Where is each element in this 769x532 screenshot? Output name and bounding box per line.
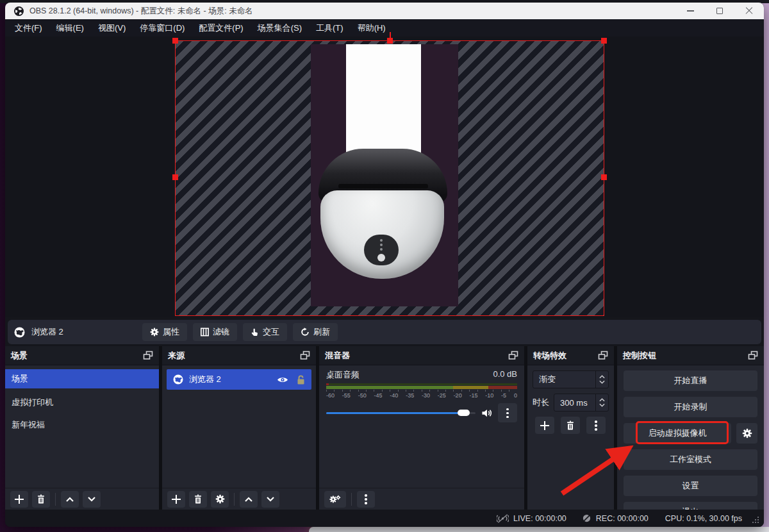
- menu-edit[interactable]: 编辑(E): [49, 19, 91, 37]
- source-item-selected[interactable]: 浏览器 2: [167, 369, 311, 390]
- start-streaming-button[interactable]: 开始直播: [624, 370, 757, 391]
- popout-icon[interactable]: [598, 351, 608, 360]
- mixer-menu-button[interactable]: [357, 491, 375, 508]
- double-gear-icon: [329, 495, 341, 504]
- transition-selected-value: 渐变: [539, 374, 556, 385]
- filters-label: 滤镜: [213, 326, 229, 338]
- start-virtual-camera-label: 启动虚拟摄像机: [649, 428, 707, 439]
- resize-handle-top-center[interactable]: [387, 38, 393, 44]
- transition-select[interactable]: 渐变: [533, 370, 609, 388]
- controls-body: 开始直播 开始录制 启动虚拟摄像机: [617, 365, 764, 510]
- rec-time: REC: 00:00:00: [596, 514, 649, 523]
- start-virtual-camera-button[interactable]: 启动虚拟摄像机: [624, 423, 731, 444]
- move-source-down-button[interactable]: [261, 491, 279, 508]
- remove-scene-button[interactable]: [32, 491, 50, 508]
- chevron-down-icon: [266, 496, 275, 503]
- printer-led: [380, 244, 383, 246]
- popout-icon[interactable]: [300, 351, 310, 360]
- duration-value: 300 ms: [560, 398, 588, 408]
- chevron-down-icon: [87, 496, 96, 503]
- remove-source-button[interactable]: [189, 491, 207, 508]
- gear-icon: [215, 494, 225, 504]
- interact-button[interactable]: 交互: [243, 323, 287, 341]
- move-scene-up-button[interactable]: [61, 491, 79, 508]
- resize-handle-middle-left[interactable]: [172, 174, 178, 180]
- controls-dock: 控制按钮 开始直播 开始录制 启动虚拟摄像机: [617, 346, 764, 510]
- mixer-dock: 混音器 桌面音频 0.0 dB: [319, 346, 524, 510]
- source-list: 浏览器 2: [162, 365, 316, 488]
- virtual-camera-settings-button[interactable]: [736, 423, 757, 444]
- mixer-channel-menu-button[interactable]: [498, 403, 517, 422]
- move-scene-down-button[interactable]: [83, 491, 101, 508]
- settings-button[interactable]: 设置: [624, 476, 757, 496]
- exit-button[interactable]: 退出: [624, 502, 757, 510]
- menu-tools[interactable]: 工具(T): [309, 19, 351, 37]
- filters-button[interactable]: 滤镜: [193, 323, 237, 341]
- popout-icon[interactable]: [143, 351, 153, 360]
- scene-item[interactable]: 虚拟打印机: [5, 393, 159, 412]
- scenes-dock: 场景 场景 虚拟打印机 新年祝福: [5, 346, 159, 510]
- menu-profile[interactable]: 配置文件(P): [192, 19, 250, 37]
- source-properties-button[interactable]: [211, 491, 229, 508]
- titlebar: OBS 28.1.2 (64-bit, windows) - 配置文件: 未命名…: [5, 3, 764, 19]
- resize-handle-middle-right[interactable]: [601, 174, 607, 180]
- chevron-up-icon: [244, 496, 253, 503]
- close-button[interactable]: [734, 3, 764, 19]
- maximize-button[interactable]: [705, 3, 734, 19]
- plus-icon: [172, 495, 181, 504]
- studio-mode-button[interactable]: 工作室模式: [624, 449, 757, 470]
- properties-button[interactable]: 属性: [142, 323, 187, 341]
- mixer-channel-name: 桌面音频: [326, 369, 360, 381]
- rotation-handle[interactable]: [390, 32, 391, 38]
- scene-item-selected[interactable]: 场景: [5, 369, 159, 388]
- move-source-up-button[interactable]: [240, 491, 258, 508]
- speaker-icon[interactable]: [481, 408, 492, 418]
- popout-icon[interactable]: [748, 351, 758, 360]
- refresh-button[interactable]: 刷新: [293, 323, 338, 341]
- duration-label: 时长: [533, 397, 549, 408]
- menu-file[interactable]: 文件(F): [8, 19, 49, 37]
- preview-canvas[interactable]: 让我们记录美好时光: [5, 37, 764, 317]
- controls-dock-title: 控制按钮: [623, 350, 656, 362]
- mixer-channel: 桌面音频 0.0 dB -60-55-50 -45-40-35 -30-25-2…: [319, 365, 524, 488]
- menu-help[interactable]: 帮助(H): [351, 19, 393, 37]
- volume-slider[interactable]: [326, 410, 475, 416]
- minimize-button[interactable]: [675, 3, 705, 19]
- remove-transition-button[interactable]: [561, 417, 580, 434]
- add-transition-button[interactable]: [535, 417, 554, 434]
- chevron-up-icon: [65, 496, 74, 503]
- resize-grip[interactable]: [752, 517, 759, 524]
- resize-handle-top-left[interactable]: [172, 38, 178, 44]
- printer-button-panel: [364, 235, 399, 265]
- start-recording-button[interactable]: 开始录制: [624, 397, 757, 417]
- visibility-eye-icon[interactable]: [277, 376, 288, 384]
- duration-spinbox[interactable]: 300 ms: [554, 394, 609, 411]
- printer-paper-slot: [338, 184, 428, 188]
- scene-item-label: 虚拟打印机: [12, 397, 53, 408]
- transition-select-arrows[interactable]: [595, 371, 608, 388]
- mixer-settings-button[interactable]: [324, 491, 346, 508]
- volume-slider-handle[interactable]: [458, 410, 470, 416]
- controls-dock-header: 控制按钮: [617, 346, 764, 365]
- source-selection-box[interactable]: 让我们记录美好时光: [175, 40, 604, 316]
- interact-label: 交互: [263, 326, 279, 338]
- resize-handle-top-right[interactable]: [601, 38, 607, 44]
- scene-item[interactable]: 新年祝福: [5, 415, 159, 435]
- sources-dock-header: 来源: [162, 346, 316, 365]
- close-icon: [745, 7, 753, 15]
- menu-scene-collection[interactable]: 场景集合(S): [251, 19, 309, 37]
- menu-docks[interactable]: 停靠窗口(D): [133, 19, 192, 37]
- mixer-dock-title: 混音器: [325, 350, 350, 362]
- popout-icon[interactable]: [508, 351, 518, 360]
- docks-area: 场景 场景 虚拟打印机 新年祝福: [5, 346, 764, 510]
- transitions-dock: 转场特效 渐变: [527, 346, 614, 510]
- transition-properties-button[interactable]: [586, 417, 606, 434]
- duration-spin-arrows[interactable]: [595, 394, 608, 411]
- plus-icon: [15, 495, 24, 504]
- divider: [234, 493, 235, 506]
- add-source-button[interactable]: [167, 491, 185, 508]
- lock-icon[interactable]: [297, 375, 305, 385]
- chevron-up-icon: [599, 398, 605, 402]
- add-scene-button[interactable]: [10, 491, 28, 508]
- menu-view[interactable]: 视图(V): [91, 19, 133, 37]
